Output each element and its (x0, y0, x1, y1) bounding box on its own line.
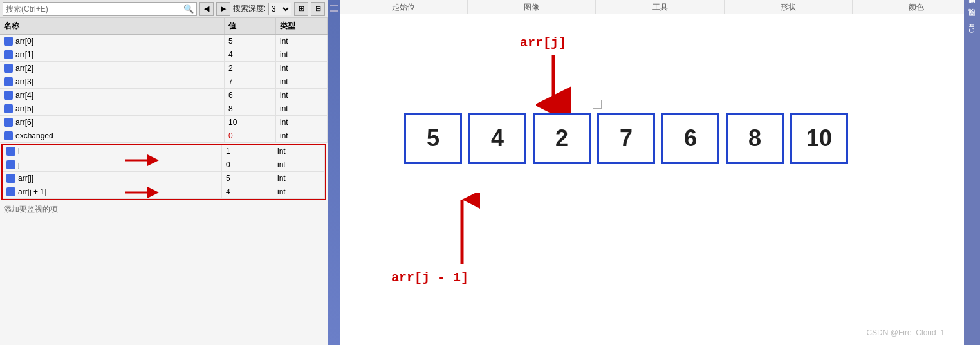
cell-type: int (273, 185, 325, 198)
cell-type: int (276, 35, 328, 48)
cell-value: 2 (225, 62, 276, 75)
array-cell-6: 10 (790, 113, 848, 164)
cell-name: i (3, 145, 222, 158)
table-row[interactable]: arr[4] 6 int (0, 89, 328, 102)
cell-value: 4 (222, 185, 273, 198)
cell-value: 5 (222, 172, 273, 185)
table-row[interactable]: arr[3] 7 int (0, 75, 328, 89)
cell-name: arr[4] (0, 89, 225, 102)
cell-value: 10 (225, 116, 276, 129)
var-icon (6, 187, 15, 196)
var-icon (6, 160, 15, 169)
grid-button[interactable]: ⊟ (311, 2, 325, 16)
cell-name: arr[j + 1] (3, 185, 222, 198)
cell-value: 0 (222, 158, 273, 171)
table-row-arrj[interactable]: arr[j] 5 int (3, 172, 325, 185)
strip-decoration (330, 5, 338, 6)
array-cell-0: 5 (404, 113, 462, 164)
add-watch-item[interactable]: 添加要监视的项 (0, 201, 328, 218)
arrj-label: arr[j] (520, 35, 566, 50)
arrj-down-arrow-icon (536, 55, 571, 119)
table-row[interactable]: arr[1] 4 int (0, 48, 328, 62)
cell-name: arr[2] (0, 62, 225, 75)
col-header-image: 图像 (468, 0, 596, 14)
debug-indicator (593, 100, 602, 109)
cell-name: arr[j] (3, 172, 222, 185)
cell-value: 4 (225, 48, 276, 61)
array-visualization: 5 4 2 7 6 8 10 (404, 113, 848, 164)
arrow-i-icon (125, 151, 163, 169)
cell-value: 7 (225, 75, 276, 88)
var-icon (6, 147, 15, 156)
cell-type: int (276, 75, 328, 88)
toggle-button[interactable]: ⊞ (294, 2, 308, 16)
arrow-arrj1-icon (125, 183, 163, 201)
var-icon (4, 131, 13, 140)
cell-name: arr[0] (0, 35, 225, 48)
col-value: 值 (225, 18, 276, 34)
search-box[interactable]: 🔍 (3, 2, 197, 16)
arrjm1-label: arr[j - 1] (391, 270, 468, 285)
array-cell-1: 4 (468, 113, 526, 164)
cell-type: int (273, 158, 325, 171)
table-row[interactable]: arr[0] 5 int (0, 35, 328, 48)
var-icon (4, 118, 13, 127)
cell-type: int (276, 48, 328, 61)
depth-select[interactable]: 3 1 2 4 5 (268, 3, 291, 15)
watch-table: 名称 值 类型 arr[0] 5 int arr[1] 4 int arr[2] (0, 18, 328, 345)
toolbar: 🔍 ◀ ▶ 搜索深度: 3 1 2 4 5 ⊞ ⊟ (0, 0, 328, 18)
table-row-i[interactable]: i 1 int (3, 145, 325, 158)
table-row[interactable]: exchanged 0 int (0, 129, 328, 143)
table-row-arrj1[interactable]: arr[j + 1] 4 int (3, 185, 325, 199)
array-cell-3: 7 (597, 113, 655, 164)
cell-type: int (273, 172, 325, 185)
cell-type: int (276, 116, 328, 129)
col-header-shape: 形状 (725, 0, 853, 14)
table-row[interactable]: arr[5] 8 int (0, 102, 328, 116)
cell-value: 6 (225, 89, 276, 102)
array-cell-5: 8 (726, 113, 784, 164)
cell-name: arr[5] (0, 102, 225, 115)
strip-decoration (330, 10, 338, 12)
cell-type: int (276, 129, 328, 142)
var-icon (4, 91, 13, 100)
side-tab-strip: 调试导航 Git 视图 (964, 0, 980, 345)
side-strip (328, 0, 340, 345)
table-header: 名称 值 类型 (0, 18, 328, 35)
cell-value: 5 (225, 35, 276, 48)
table-row-j[interactable]: j 0 int (3, 158, 325, 172)
col-header-tool: 工具 (596, 0, 724, 14)
cell-type: int (276, 62, 328, 75)
cell-name: arr[3] (0, 75, 225, 88)
back-button[interactable]: ◀ (199, 2, 214, 16)
var-icon (4, 37, 13, 46)
debug-watch-panel: 🔍 ◀ ▶ 搜索深度: 3 1 2 4 5 ⊞ ⊟ 名称 值 类型 arr[0]… (0, 0, 328, 345)
var-icon (4, 64, 13, 73)
search-input[interactable] (6, 5, 183, 14)
table-row[interactable]: arr[2] 2 int (0, 62, 328, 75)
cell-name: j (3, 158, 222, 171)
depth-label: 搜索深度: (233, 3, 266, 14)
arrjm1-up-arrow-icon (445, 193, 480, 264)
table-row[interactable]: arr[6] 10 int (0, 116, 328, 129)
cell-name: exchanged (0, 129, 225, 142)
side-tab-git[interactable]: Git 视图 (965, 18, 979, 37)
var-icon (6, 174, 15, 183)
cell-name: arr[6] (0, 116, 225, 129)
cell-type: int (273, 145, 325, 158)
visualization-panel: 起始位 图像 工具 形状 颜色 arr[j] 5 4 2 7 6 8 10 (340, 0, 980, 345)
forward-button[interactable]: ▶ (216, 2, 230, 16)
col-header-color: 颜色 (853, 0, 980, 14)
var-icon (4, 50, 13, 59)
cell-type: int (276, 102, 328, 115)
array-cell-4: 6 (661, 113, 719, 164)
column-headers: 起始位 图像 工具 形状 颜色 (340, 0, 980, 14)
cell-value: 1 (222, 145, 273, 158)
side-tab-debug[interactable]: 调试导航 (965, 5, 979, 13)
cell-value: 8 (225, 102, 276, 115)
var-icon (4, 77, 13, 86)
array-cell-2: 2 (533, 113, 591, 164)
col-header-start: 起始位 (340, 0, 468, 14)
var-icon (4, 104, 13, 113)
col-name: 名称 (0, 18, 225, 34)
